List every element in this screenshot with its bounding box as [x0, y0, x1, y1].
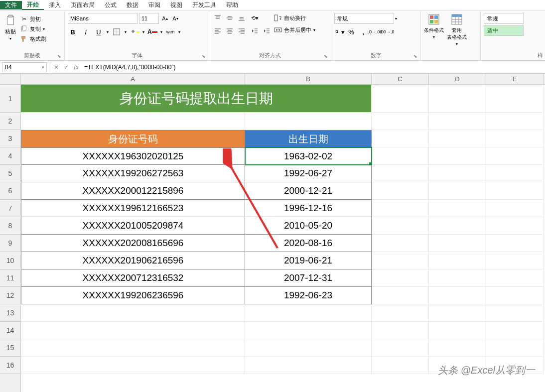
row-header-7[interactable]: 7 [0, 200, 20, 217]
cell-date[interactable]: 1992-06-23 [245, 287, 372, 304]
cell[interactable] [486, 165, 544, 182]
chevron-down-icon[interactable]: ▾ [160, 30, 162, 34]
cell[interactable] [429, 147, 486, 165]
row-header-4[interactable]: 4 [0, 147, 20, 165]
cell[interactable] [486, 304, 544, 322]
decrease-indent-button[interactable] [249, 26, 260, 36]
cell-id[interactable]: XXXXXX200712316532 [21, 269, 245, 287]
cell[interactable] [21, 339, 245, 357]
italic-button[interactable]: I [81, 27, 91, 37]
cell[interactable] [372, 304, 429, 322]
cell[interactable] [486, 200, 544, 217]
cell[interactable] [429, 322, 486, 339]
wrap-text-button[interactable]: 自动换行 [274, 14, 315, 22]
alignment-launcher[interactable]: ⬊ [324, 54, 329, 59]
cell[interactable] [372, 235, 429, 252]
format-painter-button[interactable]: 格式刷 [20, 35, 46, 43]
cell[interactable] [429, 269, 486, 287]
accept-formula-button[interactable]: ✓ [61, 62, 71, 72]
style-normal[interactable]: 常规 [484, 13, 524, 24]
cell-id[interactable]: XXXXXX201906216596 [21, 252, 245, 269]
cell[interactable] [21, 113, 245, 130]
number-format-input[interactable] [334, 13, 394, 24]
orientation-button[interactable]: ⟲▾ [249, 13, 260, 23]
cell[interactable] [245, 322, 372, 339]
row-header-9[interactable]: 9 [0, 235, 20, 252]
font-launcher[interactable]: ⬊ [202, 54, 207, 59]
cell[interactable] [372, 217, 429, 235]
cell[interactable] [486, 269, 544, 287]
select-all-corner[interactable] [0, 74, 20, 85]
cell-date-selected[interactable]: 1963-02-02 [245, 147, 372, 165]
cell-date[interactable]: 2007-12-31 [245, 269, 372, 287]
cell[interactable] [429, 217, 486, 235]
cell[interactable] [372, 165, 429, 182]
row-header-1[interactable]: 1 [0, 85, 20, 113]
row-header-10[interactable]: 10 [0, 252, 20, 269]
cell[interactable] [429, 200, 486, 217]
col-header-b[interactable]: B [245, 74, 372, 84]
cell[interactable] [429, 304, 486, 322]
bold-button[interactable]: B [68, 27, 78, 37]
conditional-format-button[interactable]: 条件格式 ▾ [424, 13, 444, 46]
font-size-input[interactable] [139, 13, 159, 24]
cell[interactable] [372, 200, 429, 217]
row-header-6[interactable]: 6 [0, 182, 20, 200]
cell[interactable] [21, 322, 245, 339]
clipboard-launcher[interactable]: ⬊ [57, 54, 62, 59]
cell[interactable] [429, 339, 486, 357]
style-good[interactable]: 适中 [484, 25, 524, 36]
cell[interactable] [245, 339, 372, 357]
cell[interactable] [372, 182, 429, 200]
menu-view[interactable]: 视图 [165, 1, 187, 9]
cell-date[interactable]: 2020-08-16 [245, 235, 372, 252]
menu-home[interactable]: 开始 [22, 0, 44, 10]
increase-font-button[interactable]: A▴ [160, 13, 169, 24]
decrease-font-button[interactable]: A▾ [171, 13, 180, 24]
cell[interactable] [372, 130, 429, 147]
cell[interactable] [372, 147, 429, 165]
paste-button[interactable]: 粘贴 ▾ [3, 13, 18, 42]
name-box[interactable]: B4 ▾ [2, 62, 47, 72]
cell[interactable] [372, 357, 429, 374]
number-launcher[interactable]: ⬊ [413, 54, 418, 59]
cell[interactable] [429, 287, 486, 304]
cell-id[interactable]: XXXXXX196302020125 [21, 147, 245, 165]
cell-id[interactable]: XXXXXX199612166523 [21, 200, 245, 217]
row-header-2[interactable]: 2 [0, 113, 20, 130]
cell[interactable] [486, 147, 544, 165]
cell[interactable] [372, 269, 429, 287]
row-header-15[interactable]: 15 [0, 339, 20, 357]
cell-date[interactable]: 2010-05-20 [245, 217, 372, 235]
row-header-5[interactable]: 5 [0, 165, 20, 182]
cell[interactable] [486, 113, 544, 130]
cell[interactable] [429, 85, 486, 113]
decrease-decimal-button[interactable]: .00→.0 [382, 27, 392, 37]
font-color-button[interactable]: A [147, 27, 157, 37]
cell-id[interactable]: XXXXXX200012215896 [21, 182, 245, 200]
cell[interactable] [486, 217, 544, 235]
align-middle-button[interactable] [224, 13, 235, 23]
currency-button[interactable]: ¤▾ [334, 27, 344, 37]
cell[interactable] [429, 235, 486, 252]
cell-id[interactable]: XXXXXX199206236596 [21, 287, 245, 304]
copy-button[interactable]: 复制 ▾ [20, 25, 46, 33]
cut-button[interactable]: ✂ 剪切 [20, 15, 46, 23]
menu-help[interactable]: 帮助 [221, 1, 243, 9]
col-header-d[interactable]: D [429, 74, 486, 84]
underline-button[interactable]: U [94, 27, 104, 37]
align-left-button[interactable] [212, 26, 223, 36]
col-header-a[interactable]: A [21, 74, 245, 84]
row-header-3[interactable]: 3 [0, 130, 20, 147]
cell[interactable] [429, 113, 486, 130]
cell[interactable] [245, 304, 372, 322]
cell-date[interactable]: 2019-06-21 [245, 252, 372, 269]
cell[interactable] [429, 130, 486, 147]
chevron-down-icon[interactable]: ▾ [142, 30, 144, 34]
cancel-formula-button[interactable]: ✕ [51, 62, 61, 72]
chevron-down-icon[interactable]: ▾ [107, 30, 109, 34]
comma-button[interactable]: , [358, 27, 368, 37]
cell[interactable] [486, 322, 544, 339]
row-header-8[interactable]: 8 [0, 217, 20, 235]
borders-button[interactable] [112, 27, 122, 37]
